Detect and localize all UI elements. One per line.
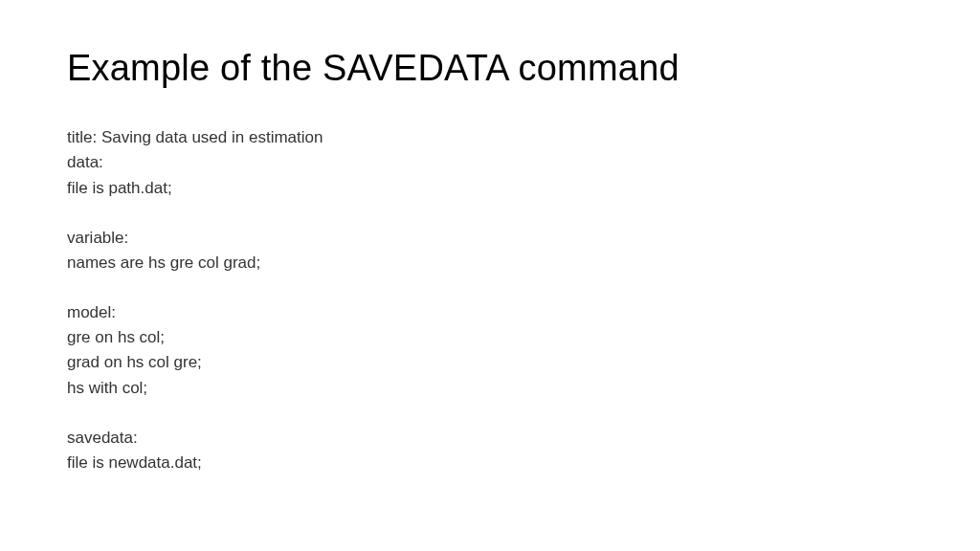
blank-line bbox=[67, 201, 913, 226]
slide-title: Example of the SAVEDATA command bbox=[67, 48, 913, 89]
code-line: names are hs gre col grad; bbox=[67, 251, 913, 276]
code-block: title: Saving data used in estimation da… bbox=[67, 125, 913, 475]
code-line: title: Saving data used in estimation bbox=[67, 125, 913, 150]
code-line: gre on hs col; bbox=[67, 325, 913, 350]
code-line: variable: bbox=[67, 226, 913, 251]
code-line: hs with col; bbox=[67, 376, 913, 401]
code-line: savedata: bbox=[67, 426, 913, 451]
blank-line bbox=[67, 276, 913, 300]
code-line: grad on hs col gre; bbox=[67, 350, 913, 375]
code-line: file is newdata.dat; bbox=[67, 451, 913, 475]
code-line: data: bbox=[67, 150, 913, 175]
code-line: model: bbox=[67, 300, 913, 325]
blank-line bbox=[67, 401, 913, 426]
code-line: file is path.dat; bbox=[67, 176, 913, 201]
